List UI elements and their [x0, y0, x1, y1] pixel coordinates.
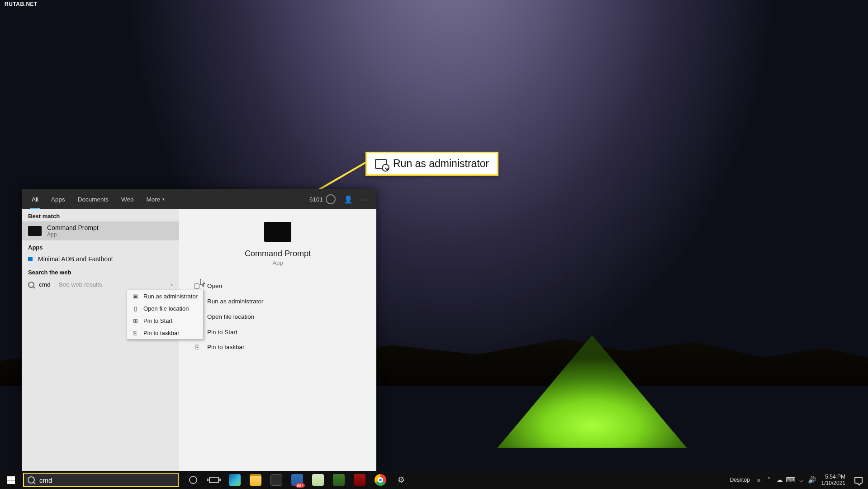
tray-volume-icon[interactable]: 🔊 — [807, 476, 818, 484]
web-hint-text: - See web results — [55, 281, 102, 288]
mail-icon — [291, 474, 303, 486]
pin-taskbar-icon: ⎘ — [132, 330, 139, 336]
ctx-label: Pin to taskbar — [143, 330, 180, 336]
folder-icon: ▯ — [132, 305, 139, 312]
result-minimal-adb[interactable]: Minimal ADB and Fastboot — [22, 253, 179, 265]
result-preview-pane: Command Prompt App ▢Open ▣Run as adminis… — [179, 209, 376, 471]
result-command-prompt[interactable]: Command Prompt App — [22, 221, 179, 240]
notepad-icon — [312, 474, 324, 486]
tray-chevron-up[interactable]: ˄ — [764, 476, 774, 484]
tray-desktop-label[interactable]: Desktop — [726, 477, 754, 483]
action-pin-taskbar[interactable]: ⎘Pin to taskbar — [191, 340, 365, 355]
task-view-button[interactable] — [204, 471, 224, 489]
tray-keyboard-icon[interactable]: ⌨ — [785, 476, 796, 484]
app-icon — [354, 474, 365, 486]
context-menu: ▣Run as administrator ▯Open file locatio… — [127, 290, 204, 340]
tray-onedrive-icon[interactable]: ☁ — [774, 476, 785, 484]
search-input[interactable] — [39, 476, 174, 484]
rewards-points: 6101 — [309, 196, 323, 203]
action-open[interactable]: ▢Open — [191, 278, 365, 293]
windows-logo-icon — [7, 476, 15, 484]
notepadpp-icon — [333, 474, 345, 486]
apps-header: Apps — [22, 240, 179, 253]
tab-apps[interactable]: Apps — [45, 189, 71, 209]
options-button[interactable]: ··· — [356, 196, 373, 203]
action-label: Open — [207, 283, 222, 289]
action-pin-start[interactable]: ⊞Pin to Start — [191, 324, 365, 340]
preview-app-icon — [264, 222, 291, 242]
start-button[interactable] — [0, 471, 22, 489]
chevron-down-icon: ▾ — [162, 197, 165, 201]
tab-documents-label: Documents — [78, 196, 109, 203]
notification-icon — [854, 477, 863, 484]
tab-web[interactable]: Web — [115, 189, 140, 209]
store-icon — [270, 474, 282, 486]
result-subtitle: App — [47, 231, 99, 238]
taskbar-app-store[interactable] — [266, 471, 287, 489]
tab-more[interactable]: More▾ — [140, 189, 171, 209]
taskbar-app-settings[interactable]: ⚙ — [391, 471, 412, 489]
action-center-button[interactable] — [849, 471, 868, 489]
callout-label: Run as administrator — [393, 158, 489, 170]
taskbar-app-chrome[interactable] — [370, 471, 391, 489]
action-label: Pin to taskbar — [207, 344, 245, 350]
tab-all-label: All — [32, 196, 38, 203]
tab-apps-label: Apps — [51, 196, 65, 203]
task-view-icon — [209, 477, 219, 483]
result-title: Minimal ADB and Fastboot — [38, 255, 113, 263]
taskbar-app-notepad[interactable] — [308, 471, 328, 489]
tab-all[interactable]: All — [25, 189, 45, 209]
callout-box: Run as administrator — [365, 152, 498, 176]
admin-shield-icon: ▣ — [132, 293, 139, 300]
action-label: Run as administrator — [207, 298, 264, 305]
results-list: Best match Command Prompt App Apps Minim… — [22, 209, 179, 471]
action-run-admin[interactable]: ▣Run as administrator — [191, 293, 365, 309]
taskbar-app-mail[interactable] — [287, 471, 308, 489]
taskbar-app-generic[interactable] — [349, 471, 370, 489]
ctx-run-admin[interactable]: ▣Run as administrator — [127, 290, 203, 302]
cortana-icon — [189, 476, 197, 484]
tab-more-label: More — [147, 196, 161, 203]
file-explorer-icon — [250, 474, 261, 486]
ctx-pin-taskbar[interactable]: ⎘Pin to taskbar — [127, 327, 203, 339]
tray-overflow-button[interactable]: » — [754, 476, 764, 484]
web-query-text: cmd — [39, 281, 51, 288]
action-label: Open file location — [207, 313, 254, 320]
ctx-open-location[interactable]: ▯Open file location — [127, 302, 203, 315]
open-icon: ▢ — [193, 282, 201, 290]
preview-title: Command Prompt — [245, 249, 311, 259]
chevron-right-icon: › — [171, 281, 173, 288]
result-title: Command Prompt — [47, 224, 99, 231]
tab-documents[interactable]: Documents — [71, 189, 115, 209]
account-button[interactable]: 👤 — [340, 195, 356, 204]
ctx-label: Run as administrator — [143, 293, 198, 300]
action-open-location[interactable]: ▯Open file location — [191, 309, 365, 324]
tray-network-icon[interactable]: ⌵ — [796, 476, 807, 484]
tray-clock[interactable]: 5:54 PM 1/10/2021 — [818, 474, 849, 486]
app-generic-icon — [28, 257, 33, 261]
best-match-header: Best match — [22, 209, 179, 221]
taskbar-search-box[interactable] — [23, 473, 179, 487]
tab-web-label: Web — [121, 196, 134, 203]
rewards-button[interactable]: 6101 — [305, 194, 340, 204]
cortana-button[interactable] — [183, 471, 204, 489]
person-icon: 👤 — [344, 196, 353, 203]
tray-time: 5:54 PM — [821, 474, 845, 480]
preview-subtitle: App — [272, 259, 283, 266]
pin-start-icon: ⊞ — [132, 317, 139, 324]
ellipsis-icon: ··· — [360, 196, 368, 203]
search-icon — [28, 282, 34, 288]
ctx-label: Pin to Start — [143, 317, 172, 324]
search-filter-bar: All Apps Documents Web More▾ 6101 👤 ··· — [22, 189, 376, 209]
ctx-label: Open file location — [143, 305, 189, 312]
edge-icon — [229, 474, 241, 486]
ctx-pin-start[interactable]: ⊞Pin to Start — [127, 315, 203, 327]
taskbar-app-notepadpp[interactable] — [328, 471, 349, 489]
gear-icon: ⚙ — [398, 475, 405, 485]
taskbar-app-edge[interactable] — [224, 471, 245, 489]
action-label: Pin to Start — [207, 329, 237, 336]
taskbar-app-explorer[interactable] — [245, 471, 266, 489]
system-tray: Desktop » ˄ ☁ ⌨ ⌵ 🔊 5:54 PM 1/10/2021 — [726, 471, 868, 489]
search-web-header: Search the web — [22, 265, 179, 278]
chrome-icon — [375, 474, 386, 486]
